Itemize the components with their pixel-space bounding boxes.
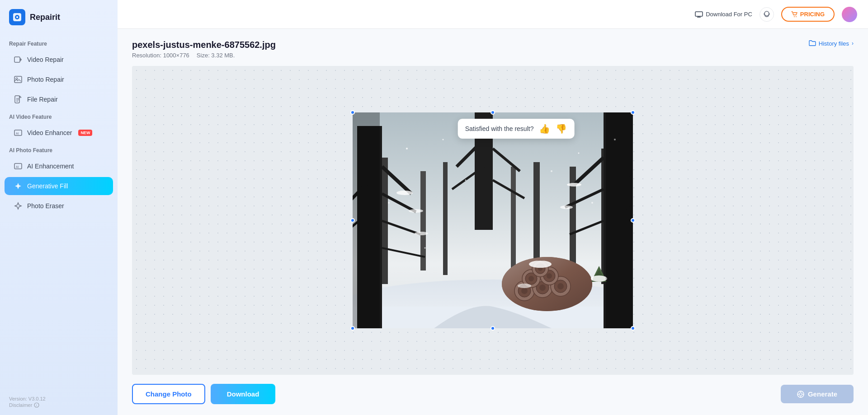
folder-icon <box>809 40 816 47</box>
file-title: pexels-justus-menke-6875562.jpg <box>132 40 276 50</box>
photo-image <box>353 112 633 328</box>
svg-point-74 <box>547 273 552 279</box>
svg-point-6 <box>16 78 18 79</box>
video-enhancer-icon: AI <box>14 128 23 137</box>
svg-point-80 <box>406 148 408 149</box>
generative-fill-icon <box>14 182 23 191</box>
file-header: pexels-justus-menke-6875562.jpg Resoluti… <box>132 40 854 59</box>
avatar[interactable] <box>842 7 857 22</box>
svg-point-81 <box>443 139 444 140</box>
sidebar-item-photo-repair[interactable]: Photo Repair <box>5 70 113 89</box>
ai-photo-feature-label: AI Photo Feature <box>0 143 118 156</box>
handle-bottom-left[interactable] <box>350 326 355 331</box>
svg-point-2 <box>16 16 18 18</box>
download-for-pc-label: Download For PC <box>706 11 752 18</box>
svg-point-68 <box>557 283 564 289</box>
svg-point-85 <box>388 202 390 204</box>
file-repair-icon <box>14 95 23 104</box>
svg-text:i: i <box>36 404 37 407</box>
sidebar-item-generative-fill-label: Generative Fill <box>27 182 68 190</box>
sidebar: Repairit Repair Feature Video Repair Pho… <box>0 0 118 415</box>
sidebar-item-ai-enhancement-label: AI Enhancement <box>27 163 74 170</box>
headset-icon <box>763 10 771 19</box>
handle-mid-left[interactable] <box>350 218 355 223</box>
sidebar-item-file-repair-label: File Repair <box>27 96 58 103</box>
content-area: pexels-justus-menke-6875562.jpg Resoluti… <box>118 29 868 415</box>
svg-point-78 <box>529 261 552 268</box>
monitor-icon <box>695 11 703 18</box>
main-content: Download For PC PRICING pexels-jus <box>118 0 868 415</box>
sidebar-item-video-repair-label: Video Repair <box>27 56 64 63</box>
handle-bottom-mid[interactable] <box>491 326 495 331</box>
handle-mid-right[interactable] <box>631 218 635 223</box>
svg-point-24 <box>796 16 797 17</box>
image-wrapper: Satisfied with the result? 👍 👎 <box>353 112 633 328</box>
file-resolution: Resolution: 1000×776 <box>132 52 189 59</box>
photo-eraser-icon <box>14 201 23 210</box>
change-photo-button[interactable]: Change Photo <box>132 384 205 404</box>
thumbs-up-button[interactable]: 👍 <box>539 123 550 134</box>
sidebar-item-video-repair[interactable]: Video Repair <box>5 51 113 69</box>
generate-label: Generate <box>808 390 837 398</box>
svg-rect-34 <box>511 167 516 275</box>
info-icon: i <box>34 402 39 408</box>
new-badge: NEW <box>78 130 92 136</box>
svg-point-57 <box>560 205 573 209</box>
version-text: Version: V3.0.12 <box>9 396 108 401</box>
svg-point-62 <box>521 288 528 294</box>
history-files-button[interactable]: History files › <box>809 40 854 47</box>
image-canvas: Satisfied with the result? 👍 👎 <box>132 66 854 375</box>
photo-repair-icon <box>14 75 23 84</box>
download-button[interactable]: Download <box>211 384 276 404</box>
svg-point-23 <box>794 16 795 17</box>
sidebar-item-photo-eraser-label: Photo Eraser <box>27 202 64 210</box>
svg-rect-21 <box>764 13 764 15</box>
support-button[interactable] <box>760 7 774 22</box>
svg-text:AI: AI <box>16 132 19 135</box>
generate-button[interactable]: Generate <box>781 385 854 403</box>
sidebar-item-photo-eraser[interactable]: Photo Eraser <box>5 197 113 215</box>
satisfaction-question: Satisfied with the result? <box>465 125 534 132</box>
svg-point-92 <box>591 275 607 282</box>
svg-point-83 <box>578 153 580 154</box>
app-logo: Repairit <box>0 0 118 36</box>
handle-top-right[interactable] <box>631 110 635 115</box>
download-for-pc-button[interactable]: Download For PC <box>695 11 752 18</box>
sidebar-item-photo-repair-label: Photo Repair <box>27 76 64 83</box>
sidebar-item-ai-enhancement[interactable]: AI AI Enhancement <box>5 157 113 175</box>
file-size: Size: 3.32 MB. <box>197 52 235 59</box>
repair-feature-label: Repair Feature <box>0 36 118 50</box>
handle-top-left[interactable] <box>350 110 355 115</box>
ai-video-feature-label: AI Video Feature <box>0 109 118 123</box>
svg-point-71 <box>528 276 534 281</box>
cart-icon <box>791 11 797 18</box>
sidebar-item-video-enhancer[interactable]: AI Video Enhancer NEW <box>5 124 113 142</box>
action-bar: Change Photo Download Generate <box>132 384 854 404</box>
svg-rect-22 <box>769 13 769 15</box>
video-repair-icon <box>14 55 23 64</box>
svg-point-20 <box>764 11 769 16</box>
svg-point-55 <box>415 232 428 235</box>
svg-rect-3 <box>14 57 20 62</box>
handle-bottom-right[interactable] <box>631 326 635 331</box>
file-meta: Resolution: 1000×776 Size: 3.32 MB. <box>132 52 276 59</box>
ai-enhancement-icon: AI <box>14 162 23 171</box>
file-info: pexels-justus-menke-6875562.jpg Resoluti… <box>132 40 276 59</box>
satisfaction-tooltip: Satisfied with the result? 👍 👎 <box>458 119 575 139</box>
svg-point-79 <box>518 284 531 288</box>
svg-point-96 <box>799 393 802 396</box>
sidebar-item-file-repair[interactable]: File Repair <box>5 90 113 108</box>
pricing-label: PRICING <box>800 11 825 18</box>
sidebar-item-generative-fill[interactable]: Generative Fill <box>5 177 113 195</box>
header: Download For PC PRICING <box>118 0 868 29</box>
history-files-label: History files <box>819 40 849 47</box>
history-arrow-icon: › <box>852 40 854 47</box>
handle-top-mid[interactable] <box>491 110 495 115</box>
pricing-button[interactable]: PRICING <box>781 7 835 22</box>
svg-point-86 <box>425 247 426 249</box>
generate-icon <box>797 391 804 398</box>
svg-point-54 <box>409 209 423 213</box>
svg-rect-17 <box>695 12 703 16</box>
svg-rect-5 <box>14 76 22 83</box>
thumbs-down-button[interactable]: 👎 <box>556 123 567 134</box>
